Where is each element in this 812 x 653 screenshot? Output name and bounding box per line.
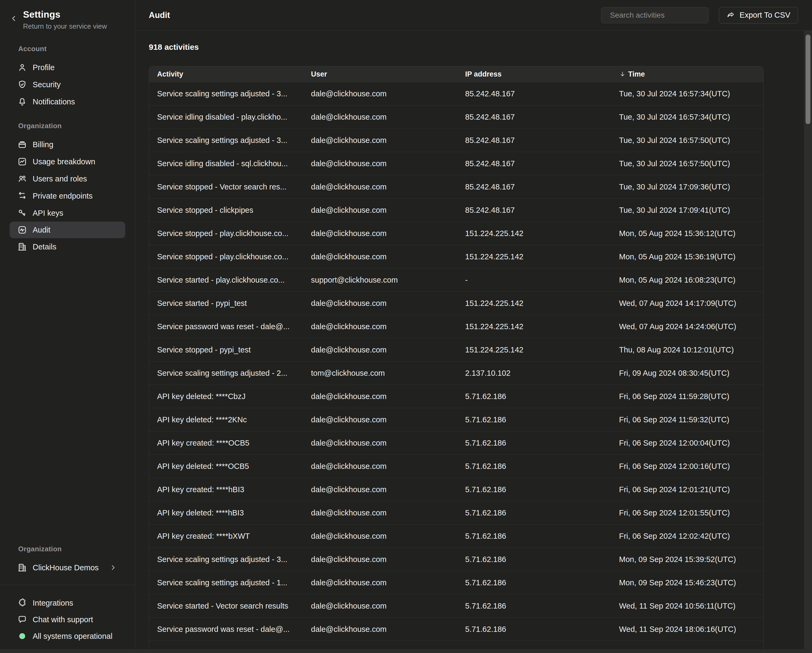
cell-ip-address: 5.71.62.186 — [457, 462, 611, 471]
puzzle-icon — [17, 598, 27, 608]
cell-activity: Service idling disabled - play.clickho..… — [149, 113, 303, 122]
return-link[interactable]: Return to your service view — [23, 22, 107, 31]
cell-ip-address: 5.71.62.186 — [457, 392, 611, 401]
cell-user: dale@clickhouse.com — [303, 136, 457, 145]
cell-user: dale@clickhouse.com — [303, 89, 457, 98]
cell-ip-address: 5.71.62.186 — [457, 508, 611, 517]
sidebar-item-api-keys[interactable]: API keys — [10, 204, 125, 221]
audit-icon — [17, 225, 27, 235]
sidebar-item-details[interactable]: Details — [10, 238, 125, 255]
cell-user: dale@clickhouse.com — [303, 299, 457, 308]
audit-content: 918 activities ActivityUserIP addressTim… — [136, 31, 812, 653]
search-input[interactable] — [610, 8, 710, 23]
sidebar-item-usage-breakdown[interactable]: Usage breakdown — [10, 153, 125, 170]
users-icon — [17, 174, 27, 184]
table-header-row: ActivityUserIP addressTime — [149, 66, 763, 82]
sidebar-item-all-systems-operational[interactable]: All systems operational — [10, 628, 125, 644]
sidebar-header: Settings Return to your service view — [8, 9, 107, 31]
cell-user: dale@clickhouse.com — [303, 439, 457, 447]
sidebar-item-users-and-roles[interactable]: Users and roles — [10, 170, 125, 187]
chat-icon — [17, 615, 27, 625]
keys-icon — [17, 208, 27, 218]
cell-activity: Service scaling settings adjusted - 3... — [149, 136, 303, 145]
table-row: Service stopped - pypi_testdale@clickhou… — [149, 338, 763, 361]
table-row: API key deleted: ****CbzJdale@clickhouse… — [149, 384, 763, 408]
column-header-time[interactable]: Time — [611, 70, 763, 78]
column-header-user[interactable]: User — [303, 70, 457, 78]
sidebar-item-profile[interactable]: Profile — [10, 59, 125, 76]
shield-check-icon — [17, 79, 27, 90]
back-button[interactable] — [8, 13, 20, 24]
cell-time: Fri, 06 Sep 2024 12:01:21(UTC) — [611, 485, 763, 494]
sidebar-item-audit[interactable]: Audit — [10, 221, 125, 238]
org-name: ClickHouse Demos — [33, 563, 99, 572]
sidebar-item-clickhouse-demos[interactable]: ClickHouse Demos — [10, 559, 125, 576]
sidebar-item-label: Users and roles — [33, 174, 87, 183]
swap-arrows-icon — [17, 191, 27, 201]
cell-time: Wed, 07 Aug 2024 14:24:06(UTC) — [611, 322, 763, 331]
cell-time: Mon, 09 Sep 2024 15:46:23(UTC) — [611, 578, 763, 587]
cell-user: dale@clickhouse.com — [303, 345, 457, 354]
sidebar-item-label: All systems operational — [33, 632, 112, 641]
table-row: Service scaling settings adjusted - 3...… — [149, 548, 763, 571]
cell-ip-address: 151.224.225.142 — [457, 345, 611, 354]
sidebar-item-label: Notifications — [33, 98, 75, 106]
cell-time: Mon, 05 Aug 2024 16:08:23(UTC) — [611, 276, 763, 284]
table-row: Service started - Vector search resultsd… — [149, 594, 763, 617]
section-label: Organization — [0, 545, 135, 553]
table-row: Service stopped - play.clickhouse.co...d… — [149, 245, 763, 268]
table-row: Service stopped - play.clickhouse.co...d… — [149, 221, 763, 245]
sidebar-item-private-endpoints[interactable]: Private endpoints — [10, 187, 125, 204]
building-icon — [17, 563, 27, 573]
sidebar-item-chat-with-support[interactable]: Chat with support — [10, 611, 125, 628]
table-row: Service password was reset - dale@...dal… — [149, 617, 763, 641]
cell-ip-address: 85.242.48.167 — [457, 206, 611, 215]
settings-sidebar: Settings Return to your service view Acc… — [0, 0, 135, 653]
sidebar-item-label: Audit — [33, 226, 50, 235]
cell-activity: API key deleted: ****hBI3 — [149, 508, 303, 517]
table-row: Service idling disabled - sql.clickhou..… — [149, 152, 763, 175]
cell-time: Fri, 06 Sep 2024 12:00:16(UTC) — [611, 462, 763, 471]
sidebar-item-label: Details — [33, 243, 56, 251]
export-csv-label: Export To CSV — [739, 11, 790, 20]
column-header-label: Activity — [157, 70, 183, 78]
sidebar-item-label: Security — [33, 80, 61, 89]
cell-ip-address: 5.71.62.186 — [457, 578, 611, 587]
table-row: API key deleted: ****hBI3dale@clickhouse… — [149, 501, 763, 524]
arrow-down-icon — [619, 71, 626, 78]
cell-activity: API key deleted: ****CbzJ — [149, 392, 303, 401]
cell-time: Fri, 06 Sep 2024 11:59:32(UTC) — [611, 415, 763, 424]
table-row: Service scaling settings adjusted - 3...… — [149, 128, 763, 152]
cell-ip-address: 5.71.62.186 — [457, 439, 611, 447]
sidebar-item-integrations[interactable]: Integrations — [10, 595, 125, 611]
cell-ip-address: 5.71.62.186 — [457, 485, 611, 494]
cell-user: support@clickhouse.com — [303, 276, 457, 284]
page-title: Settings — [23, 9, 107, 20]
cell-ip-address: 151.224.225.142 — [457, 229, 611, 238]
cell-time: Wed, 11 Sep 2024 18:06:16(UTC) — [611, 625, 763, 634]
cell-ip-address: - — [457, 276, 611, 284]
table-row: Service started - play.clickhouse.co...s… — [149, 268, 763, 291]
chevron-right-icon — [109, 564, 117, 571]
sidebar-item-label: Integrations — [33, 599, 73, 607]
table-row: Service scaling settings adjusted - 1...… — [149, 571, 763, 594]
vertical-scrollbar-track[interactable] — [804, 31, 812, 649]
cell-ip-address: 85.242.48.167 — [457, 183, 611, 191]
cell-user: dale@clickhouse.com — [303, 206, 457, 215]
sidebar-item-label: API keys — [33, 209, 63, 218]
status-dot — [17, 631, 27, 641]
vertical-scrollbar-thumb[interactable] — [806, 35, 810, 124]
column-header-ip-address[interactable]: IP address — [457, 70, 611, 78]
sidebar-item-notifications[interactable]: Notifications — [10, 93, 125, 110]
cell-activity: Service password was reset - dale@... — [149, 625, 303, 634]
sidebar-item-security[interactable]: Security — [10, 76, 125, 93]
table-body: Service scaling settings adjusted - 3...… — [149, 82, 763, 653]
sidebar-item-billing[interactable]: Billing — [10, 136, 125, 153]
sidebar-org-switcher: Organization ClickHouse Demos — [0, 545, 135, 576]
cell-ip-address: 85.242.48.167 — [457, 89, 611, 98]
cell-user: dale@clickhouse.com — [303, 322, 457, 331]
building-icon — [17, 242, 27, 252]
column-header-activity[interactable]: Activity — [149, 70, 303, 78]
export-csv-button[interactable]: Export To CSV — [719, 7, 798, 24]
cell-ip-address: 85.242.48.167 — [457, 159, 611, 168]
